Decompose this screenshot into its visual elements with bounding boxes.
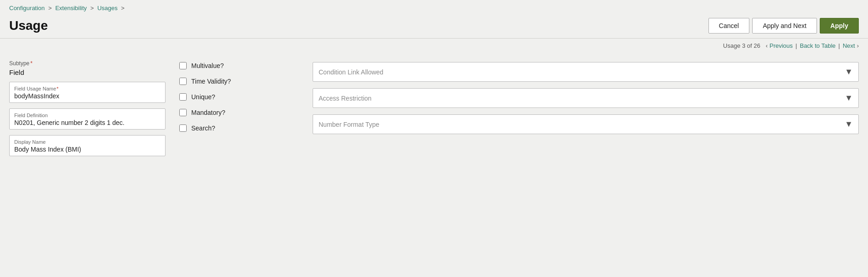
condition-link-allowed-dropdown[interactable]: Condition Link Allowed ▼ xyxy=(313,62,859,82)
chevron-right-icon: › xyxy=(857,42,859,49)
back-to-table-link[interactable]: Back to Table xyxy=(800,42,836,49)
condition-link-allowed-arrow-icon: ▼ xyxy=(845,67,853,77)
navigation-bar: Usage 3 of 26 ‹ Previous | Back to Table… xyxy=(0,39,868,53)
field-definition-label: Field Definition xyxy=(14,113,160,118)
usage-info: Usage 3 of 26 xyxy=(723,42,760,49)
access-restriction-placeholder: Access Restriction xyxy=(319,95,371,102)
condition-link-allowed-placeholder: Condition Link Allowed xyxy=(319,68,383,76)
unique-checkbox-row: Unique? xyxy=(179,93,299,101)
display-name-input[interactable] xyxy=(14,146,160,153)
unique-label[interactable]: Unique? xyxy=(191,93,215,101)
field-usage-name-input[interactable] xyxy=(14,92,160,100)
subtype-value: Field xyxy=(9,68,166,76)
apply-button[interactable]: Apply xyxy=(820,18,859,34)
mandatory-label[interactable]: Mandatory? xyxy=(191,109,225,116)
field-usage-name-label: Field Usage Name* xyxy=(14,86,160,91)
search-checkbox[interactable] xyxy=(179,124,187,132)
time-validity-checkbox-row: Time Validity? xyxy=(179,78,299,85)
time-validity-checkbox[interactable] xyxy=(179,78,187,85)
apply-and-next-button[interactable]: Apply and Next xyxy=(752,18,817,34)
unique-checkbox[interactable] xyxy=(179,93,187,101)
breadcrumb-extensibility[interactable]: Extensibility xyxy=(55,5,87,11)
page-title: Usage xyxy=(9,18,48,33)
field-definition-input[interactable] xyxy=(14,119,160,126)
number-format-type-dropdown[interactable]: Number Format Type ▼ xyxy=(313,114,859,134)
search-label[interactable]: Search? xyxy=(191,124,215,132)
previous-link[interactable]: Previous xyxy=(770,42,793,49)
breadcrumb-usages[interactable]: Usages xyxy=(97,5,118,11)
field-definition-group: Field Definition xyxy=(9,108,166,130)
display-name-label: Display Name xyxy=(14,139,160,145)
access-restriction-dropdown[interactable]: Access Restriction ▼ xyxy=(313,88,859,108)
left-column: Subtype* Field Field Usage Name* Field D… xyxy=(9,60,166,156)
subtype-label: Subtype* xyxy=(9,60,166,67)
mandatory-checkbox-row: Mandatory? xyxy=(179,109,299,116)
number-format-type-placeholder: Number Format Type xyxy=(319,121,379,128)
multivalue-checkbox[interactable] xyxy=(179,62,187,69)
search-checkbox-row: Search? xyxy=(179,124,299,132)
access-restriction-arrow-icon: ▼ xyxy=(845,93,853,103)
main-content: Subtype* Field Field Usage Name* Field D… xyxy=(0,53,868,165)
header-buttons: Cancel Apply and Next Apply xyxy=(708,18,859,34)
display-name-group: Display Name xyxy=(9,135,166,156)
mandatory-checkbox[interactable] xyxy=(179,109,187,116)
chevron-left-icon: ‹ xyxy=(765,42,767,49)
multivalue-checkbox-row: Multivalue? xyxy=(179,62,299,69)
breadcrumb-configuration[interactable]: Configuration xyxy=(9,5,45,11)
field-usage-name-group: Field Usage Name* xyxy=(9,82,166,103)
cancel-button[interactable]: Cancel xyxy=(708,18,750,34)
number-format-type-arrow-icon: ▼ xyxy=(845,119,853,129)
breadcrumb: Configuration > Extensibility > Usages > xyxy=(0,0,868,14)
right-column: Condition Link Allowed ▼ Access Restrict… xyxy=(313,60,859,156)
next-link[interactable]: Next xyxy=(843,42,855,49)
time-validity-label[interactable]: Time Validity? xyxy=(191,78,231,85)
subtype-block: Subtype* Field xyxy=(9,60,166,76)
page-header: Usage Cancel Apply and Next Apply xyxy=(0,14,868,39)
middle-column: Multivalue? Time Validity? Unique? Manda… xyxy=(179,60,299,156)
multivalue-label[interactable]: Multivalue? xyxy=(191,62,224,69)
